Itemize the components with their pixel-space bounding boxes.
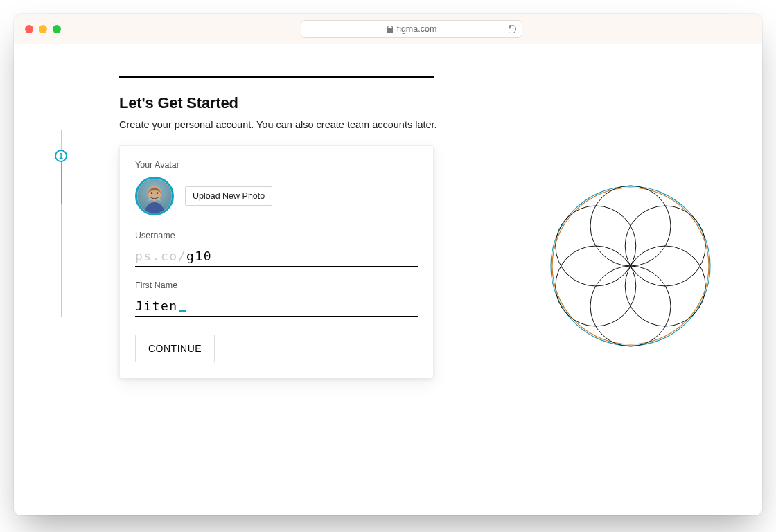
browser-window: figma.com Let's <box>14 14 762 515</box>
close-window-button[interactable] <box>25 25 33 33</box>
window-controls <box>25 25 61 33</box>
minimize-window-button[interactable] <box>39 25 47 33</box>
firstname-input[interactable]: Jiten <box>135 297 418 317</box>
step-number: 1 <box>59 152 63 160</box>
progress-stepper: 1 <box>53 130 69 317</box>
content-canvas: Let's Get Started Create your personal a… <box>14 44 762 378</box>
page-title: Let's Get Started <box>119 94 723 112</box>
continue-button[interactable]: CONTINUE <box>135 335 215 362</box>
svg-point-11 <box>157 192 159 194</box>
firstname-value: Jiten <box>135 299 178 313</box>
avatar-label: Your Avatar <box>135 160 418 170</box>
page-viewport: Let's Get Started Create your personal a… <box>14 44 762 515</box>
section-rule <box>119 76 434 78</box>
username-input[interactable]: ps.co/ g10 <box>135 247 418 267</box>
reload-icon[interactable] <box>507 25 516 34</box>
firstname-label: First Name <box>135 281 418 290</box>
step-node-1: 1 <box>55 150 67 162</box>
browser-chrome: figma.com <box>14 14 762 44</box>
text-caret <box>179 310 186 312</box>
svg-point-10 <box>151 192 153 194</box>
username-label: Username <box>135 231 418 240</box>
upload-photo-button[interactable]: Upload New Photo <box>185 186 272 206</box>
username-prefix: ps.co/ <box>135 249 186 263</box>
username-value: g10 <box>186 249 212 263</box>
fullscreen-window-button[interactable] <box>53 25 61 33</box>
address-bar-host: figma.com <box>397 24 437 34</box>
page-subtitle: Create your personal account. You can al… <box>119 119 723 130</box>
lock-icon <box>387 26 393 33</box>
address-bar-wrap: figma.com <box>72 20 751 38</box>
onboarding-card: Your Avatar <box>119 145 434 378</box>
address-bar[interactable]: figma.com <box>301 20 522 38</box>
avatar[interactable] <box>135 177 174 215</box>
